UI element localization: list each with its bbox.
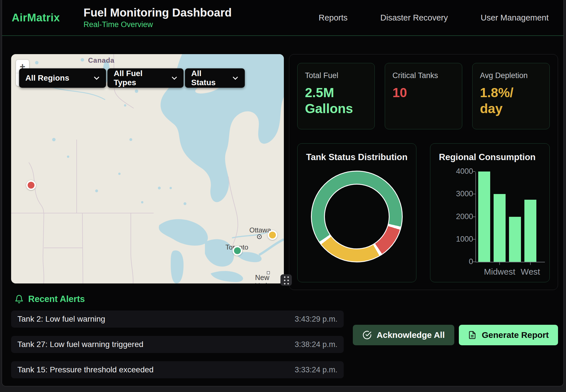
bell-icon (15, 294, 24, 304)
nav-item-reports[interactable]: Reports (319, 13, 348, 23)
acknowledge-all-label: Acknowledge All (377, 330, 445, 340)
recent-alerts-title: Recent Alerts (28, 294, 85, 304)
y-axis-tick-label: 3000 (442, 189, 473, 198)
generate-report-button[interactable]: Generate Report (459, 325, 558, 345)
y-axis-tick (473, 262, 475, 262)
stat-value: 2.5M Gallons (305, 85, 367, 117)
alert-text: Tank 2: Low fuel warning (17, 315, 105, 324)
charts-row: Tank Status Distribution Regional Consum… (297, 143, 550, 282)
regional-consumption-chart-panel: Regional Consumption 01000200030004000Mi… (430, 143, 550, 282)
map-label-canada: Canada (88, 56, 115, 64)
y-axis-tick-label: 2000 (442, 212, 473, 221)
bar (478, 172, 490, 262)
tank-marker-warning[interactable] (268, 230, 277, 240)
content-area: Canada Ottawa Toronto New York + − All R… (2, 36, 563, 290)
alert-time: 3:38:24 p.m. (295, 340, 337, 349)
bar (509, 217, 521, 262)
y-axis-tick (473, 171, 475, 172)
alert-text: Tank 27: Low fuel warning triggered (17, 340, 143, 349)
acknowledge-all-button[interactable]: Acknowledge All (353, 325, 454, 345)
x-axis-tick-label: Midwest (484, 267, 515, 277)
map-resize-grip[interactable] (280, 274, 292, 286)
bar (494, 194, 506, 262)
recent-alerts-header: Recent Alerts (15, 294, 563, 304)
stat-label: Critical Tanks (392, 71, 455, 80)
alerts-list: Tank 2: Low fuel warning 3:43:29 p.m. Ta… (11, 311, 344, 378)
bar-chart: 01000200030004000MidwestWest (475, 172, 545, 262)
alert-text: Tank 15: Pressure threshold exceeded (17, 365, 154, 374)
brand-logo[interactable]: AirMatrix (12, 12, 84, 24)
region-filter-dropdown[interactable]: All Regions (19, 68, 106, 88)
page-title-block: Fuel Monitoring Dashboard Real-Time Over… (84, 6, 232, 29)
chevron-down-icon (93, 76, 100, 80)
stat-card-critical-tanks: Critical Tanks 10 (385, 63, 462, 129)
y-axis-tick-label: 0 (442, 257, 473, 266)
main-nav: Reports Disaster Recovery User Managemen… (319, 13, 549, 23)
chevron-down-icon (171, 76, 178, 80)
status-filter-dropdown[interactable]: All Status (185, 68, 245, 88)
stat-cards-row: Total Fuel 2.5M Gallons Critical Tanks 1… (297, 63, 550, 129)
stat-card-avg-depletion: Avg Depletion 1.8%/ day (472, 63, 550, 129)
x-axis-tick (499, 262, 500, 265)
alert-time: 3:33:24 p.m. (295, 366, 337, 374)
tank-marker-critical[interactable] (26, 180, 36, 190)
tank-marker-normal[interactable] (233, 246, 242, 256)
fuel-type-filter-dropdown[interactable]: All Fuel Types (107, 68, 184, 88)
donut-chart (311, 171, 403, 262)
donut-chart-wrap (306, 162, 408, 271)
app-window: AirMatrix Fuel Monitoring Dashboard Real… (2, 0, 564, 386)
file-report-icon (468, 331, 477, 339)
map-filters: All Regions All Fuel Types All Status (19, 68, 245, 88)
stat-label: Total Fuel (305, 71, 367, 80)
grip-dots-icon (283, 275, 290, 285)
y-axis-tick (473, 194, 475, 194)
alert-row[interactable]: Tank 27: Low fuel warning triggered 3:38… (11, 336, 344, 353)
page-title: Fuel Monitoring Dashboard (84, 6, 232, 19)
y-axis-tick (473, 217, 475, 217)
map-label-new-york: New York (255, 273, 284, 283)
stat-card-total-fuel: Total Fuel 2.5M Gallons (297, 63, 375, 129)
chart-title: Tank Status Distribution (306, 152, 408, 162)
tank-status-chart-panel: Tank Status Distribution (297, 143, 416, 282)
generate-report-label: Generate Report (482, 330, 549, 340)
map-panel[interactable]: Canada Ottawa Toronto New York + − All R… (11, 54, 284, 283)
header: AirMatrix Fuel Monitoring Dashboard Real… (2, 0, 563, 36)
stat-value: 10 (392, 85, 455, 101)
nav-item-disaster-recovery[interactable]: Disaster Recovery (380, 13, 448, 23)
alert-row[interactable]: Tank 2: Low fuel warning 3:43:29 p.m. (11, 311, 344, 328)
alert-row[interactable]: Tank 15: Pressure threshold exceeded 3:3… (11, 361, 344, 378)
check-circle-icon (363, 330, 372, 340)
alert-time: 3:43:29 p.m. (295, 315, 337, 324)
stat-value: 1.8%/ day (480, 85, 542, 117)
x-axis-tick-label: West (521, 267, 540, 277)
y-axis-tick (473, 239, 475, 240)
chart-title: Regional Consumption (439, 152, 541, 162)
nav-item-user-management[interactable]: User Management (481, 13, 549, 23)
region-filter-value: All Regions (25, 74, 69, 83)
page-subtitle: Real-Time Overview (84, 20, 232, 29)
metrics-panel: Total Fuel 2.5M Gallons Critical Tanks 1… (289, 54, 558, 290)
bar (524, 200, 536, 262)
x-axis-tick (530, 262, 531, 265)
status-filter-value: All Status (191, 69, 227, 87)
y-axis-tick-label: 4000 (442, 167, 473, 176)
stat-label: Avg Depletion (480, 71, 542, 80)
y-axis-tick-label: 1000 (442, 235, 473, 244)
fuel-type-filter-value: All Fuel Types (114, 69, 166, 87)
chevron-down-icon (232, 76, 239, 80)
alert-actions: Acknowledge All Generate Report (353, 325, 558, 345)
